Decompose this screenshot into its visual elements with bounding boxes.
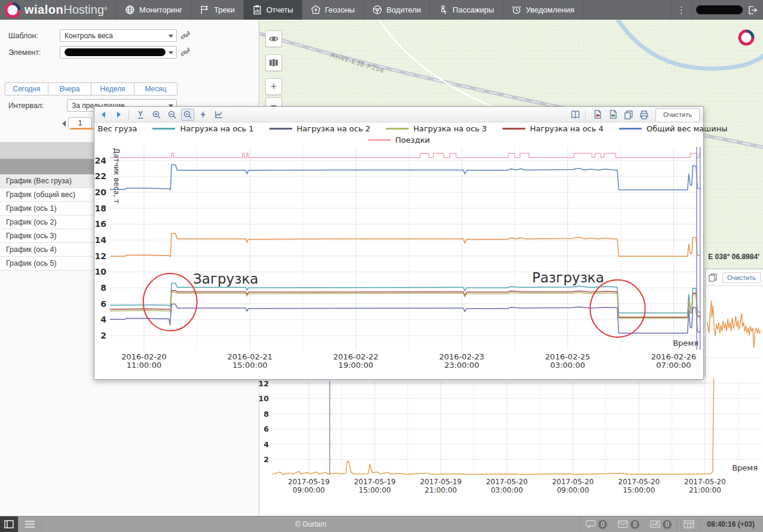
svg-text:2017-05-1921:00:00: 2017-05-1921:00:00: [420, 478, 462, 494]
refresh-chart-button[interactable]: [197, 109, 210, 121]
legend-row-1: Вес грузаНагрузка на ось 1Нагрузка на ос…: [94, 123, 703, 134]
page-next-button[interactable]: [112, 109, 125, 121]
decrement-icon[interactable]: [62, 121, 66, 127]
element-select[interactable]: [60, 46, 177, 59]
map-visibility-button[interactable]: [265, 30, 282, 47]
template-label: Шаблон:: [8, 32, 38, 40]
lower-report-chart[interactable]: 246810122017-05-1909:00:002017-05-1915:0…: [259, 375, 763, 515]
nav-item-notifications[interactable]: Уведомления: [502, 0, 583, 20]
nav-user-area[interactable]: [692, 0, 763, 20]
brand-reg: ®: [104, 6, 108, 11]
map-zoom-in-button[interactable]: +: [265, 78, 282, 95]
report-pages-button[interactable]: [569, 109, 582, 121]
chart-export-toolbar: Очистить: [566, 108, 703, 121]
map-layers-button[interactable]: [265, 54, 282, 71]
legend-swatch: [619, 128, 642, 130]
template-settings-wrench-icon[interactable]: [180, 30, 191, 41]
chart-clear-button[interactable]: Очистить: [655, 108, 700, 121]
jobs-button[interactable]: [678, 520, 700, 528]
nav-item-drivers[interactable]: Водители: [363, 0, 430, 20]
layers-icon: [269, 58, 278, 67]
legend-swatch: [269, 128, 292, 130]
series-Общий вес машины: [110, 165, 701, 190]
mail-icon: [618, 519, 628, 529]
zoom-y-axis-button[interactable]: [134, 109, 148, 121]
export-excel-button[interactable]: [606, 109, 620, 121]
series-Нагрузка на ось 2: [110, 304, 701, 333]
legend-item[interactable]: Нагрузка на ось 4: [502, 124, 603, 133]
main-chart-svg[interactable]: 246810121416182022242016-02-2011:00:0020…: [94, 145, 703, 379]
legend-item[interactable]: Общий вес машины: [619, 124, 727, 133]
zoom-out-button[interactable]: [166, 109, 179, 121]
nav-more-button[interactable]: ⋮: [670, 0, 692, 20]
zoom-reset-icon: [183, 110, 192, 119]
counter-badge: 0: [630, 520, 639, 529]
user-name-redacted: [696, 5, 743, 14]
export-pdf-button[interactable]: [591, 109, 604, 121]
zoom-in-icon: [152, 110, 161, 119]
bottom-panel-list-button[interactable]: [19, 520, 41, 528]
nav-item-label: Водители: [387, 5, 421, 14]
quick-range-button[interactable]: Сегодня: [5, 82, 48, 96]
quick-range-button[interactable]: Неделя: [91, 82, 134, 96]
legend-item[interactable]: Поездки: [368, 136, 430, 144]
element-settings-wrench-icon[interactable]: [180, 47, 191, 57]
statusbar-counter[interactable]: 0: [580, 519, 612, 529]
svg-text:2016-02-2503:00:00: 2016-02-2503:00:00: [545, 352, 590, 370]
svg-text:2017-05-2021:00:00: 2017-05-2021:00:00: [684, 478, 726, 494]
nav-item-label: Отчеты: [266, 5, 293, 14]
svg-text:2017-05-1915:00:00: 2017-05-1915:00:00: [354, 478, 396, 494]
svg-text:6: 6: [100, 299, 106, 309]
legend-swatch: [502, 128, 525, 130]
flash-icon: [199, 110, 207, 119]
chart-legend: Вес грузаНагрузка на ось 1Нагрузка на ос…: [94, 123, 703, 146]
x-axis-title: Время: [673, 339, 698, 348]
legend-item[interactable]: Нагрузка на ось 2: [269, 124, 370, 133]
pages-icon[interactable]: [708, 273, 718, 282]
legend-row-2: Поездки: [94, 134, 703, 146]
chart-settings-button[interactable]: [212, 109, 225, 121]
mini-clear-button[interactable]: Очистить: [722, 272, 761, 283]
statusbar-counter[interactable]: 0: [645, 519, 677, 529]
logout-icon[interactable]: [747, 5, 757, 15]
photo-icon: [650, 519, 660, 529]
print-button[interactable]: [638, 109, 651, 121]
legend-item[interactable]: Нагрузка на ось 1: [152, 124, 253, 133]
nav-item-label: Мониторинг: [139, 5, 182, 14]
brand-logo[interactable]: wialonHosting®: [0, 0, 116, 20]
nav-spacer: [583, 0, 670, 20]
svg-text:24: 24: [95, 156, 107, 165]
chevron-down-icon: [168, 35, 173, 38]
zoom-reset-button[interactable]: [181, 109, 194, 121]
quick-range-button[interactable]: Вчера: [48, 82, 91, 96]
quick-range-button[interactable]: Месяц: [134, 82, 177, 96]
passenger-icon: [439, 5, 449, 15]
template-select[interactable]: Контроль веса: [60, 29, 177, 42]
svg-text:2: 2: [100, 331, 106, 340]
chart-toolbar: Очистить: [94, 107, 703, 122]
list-icon: [24, 520, 35, 528]
svg-text:12: 12: [259, 379, 269, 388]
panel-toggle-button[interactable]: [0, 516, 18, 532]
nav-item-tracks[interactable]: Треки: [191, 0, 243, 20]
nav-item-reports[interactable]: Отчеты: [243, 0, 302, 20]
statusbar-counter[interactable]: 0: [612, 519, 645, 529]
counter-badge: 0: [663, 520, 672, 529]
zoom-in-button[interactable]: [150, 109, 163, 121]
page-prev-button[interactable]: [97, 109, 110, 121]
mini-chart-toolbar: Очистить: [706, 269, 763, 286]
legend-item[interactable]: Вес груза: [71, 124, 137, 133]
svg-text:2016-02-2011:00:00: 2016-02-2011:00:00: [121, 352, 167, 370]
svg-text:2017-05-2015:00:00: 2017-05-2015:00:00: [618, 478, 660, 494]
legend-item[interactable]: Нагрузка на ось 3: [386, 124, 487, 133]
copy-report-button[interactable]: [622, 109, 635, 121]
nav-item-monitoring[interactable]: Мониторинг: [116, 0, 191, 20]
nav-item-geofences[interactable]: Геозоны: [302, 0, 363, 20]
svg-text:2016-02-2323:00:00: 2016-02-2323:00:00: [439, 352, 485, 370]
status-bar: © Gurtam 000 08:40:16 (+03): [0, 516, 763, 532]
map-coordinate-readout: E 038° 06.8984': [708, 253, 759, 261]
nav-items: МониторингТрекиОтчетыГеозоныВодителиПасс…: [116, 0, 583, 20]
nav-item-passengers[interactable]: Пассажиры: [430, 0, 502, 20]
svg-text:8: 8: [100, 283, 106, 293]
chat-icon: [586, 519, 596, 529]
